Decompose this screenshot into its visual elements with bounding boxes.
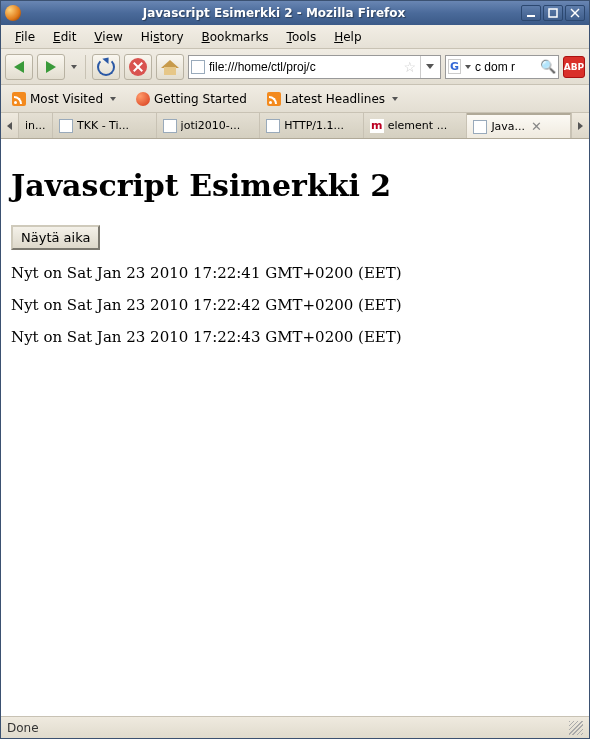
url-input[interactable] (209, 60, 399, 74)
favicon (473, 120, 487, 134)
tab-bar: in... TKK - Ti... joti2010-... HTTP/1.1.… (1, 113, 589, 139)
reload-icon (97, 58, 115, 76)
bookmark-latest-headlines[interactable]: Latest Headlines (260, 89, 405, 109)
menu-file[interactable]: File (7, 28, 43, 46)
output-line: Nyt on Sat Jan 23 2010 17:22:43 GMT+0200… (11, 328, 579, 346)
output-line: Nyt on Sat Jan 23 2010 17:22:41 GMT+0200… (11, 264, 579, 282)
tab-2[interactable]: joti2010-... (157, 113, 261, 138)
tab-scroll-right[interactable] (571, 113, 589, 138)
home-icon (161, 58, 179, 76)
close-button[interactable] (565, 5, 585, 21)
url-dropdown[interactable] (420, 56, 438, 78)
search-input[interactable] (475, 60, 537, 74)
bookmark-label: Getting Started (154, 92, 247, 106)
menu-help[interactable]: Help (326, 28, 369, 46)
content-viewport: Javascript Esimerkki 2 Näytä aika Nyt on… (1, 139, 589, 716)
firefox-icon (5, 5, 21, 21)
statusbar: Done (1, 716, 589, 738)
nav-toolbar: ☆ G 🔍 ABP (1, 49, 589, 85)
tab-close-icon[interactable]: ✕ (529, 119, 544, 134)
arrow-right-icon (46, 61, 56, 73)
bookmark-label: Latest Headlines (285, 92, 385, 106)
bookmark-star-icon[interactable]: ☆ (403, 59, 416, 75)
favicon (163, 119, 177, 133)
tab-1[interactable]: TKK - Ti... (53, 113, 157, 138)
search-engine-dropdown[interactable] (464, 59, 472, 75)
menu-bookmarks[interactable]: Bookmarks (194, 28, 277, 46)
tabs-container: in... TKK - Ti... joti2010-... HTTP/1.1.… (19, 113, 571, 138)
reload-button[interactable] (92, 54, 120, 80)
back-button[interactable] (5, 54, 33, 80)
stop-icon (129, 58, 147, 76)
rss-icon (267, 92, 281, 106)
window-title: Javascript Esimerkki 2 - Mozilla Firefox (27, 6, 521, 20)
arrow-left-icon (14, 61, 24, 73)
menubar: File Edit View History Bookmarks Tools H… (1, 25, 589, 49)
page-body: Javascript Esimerkki 2 Näytä aika Nyt on… (1, 140, 589, 370)
menu-history[interactable]: History (133, 28, 192, 46)
tab-3[interactable]: HTTP/1.1... (260, 113, 364, 138)
status-text: Done (7, 721, 39, 735)
forward-button[interactable] (37, 54, 65, 80)
page-icon (191, 60, 205, 74)
url-bar: ☆ (188, 55, 441, 79)
show-time-button[interactable]: Näytä aika (11, 225, 100, 250)
resize-grip-icon[interactable] (569, 721, 583, 735)
getting-started-icon (136, 92, 150, 106)
tab-scroll-left[interactable] (1, 113, 19, 138)
maximize-button[interactable] (543, 5, 563, 21)
stop-button[interactable] (124, 54, 152, 80)
folder-icon (12, 92, 26, 106)
separator (85, 55, 86, 79)
page-heading: Javascript Esimerkki 2 (11, 168, 579, 203)
menu-tools[interactable]: Tools (279, 28, 325, 46)
tab-5-active[interactable]: Java...✕ (467, 113, 571, 138)
search-go-icon[interactable]: 🔍 (540, 59, 556, 74)
favicon (266, 119, 280, 133)
output-line: Nyt on Sat Jan 23 2010 17:22:42 GMT+0200… (11, 296, 579, 314)
minimize-button[interactable] (521, 5, 541, 21)
nav-history-dropdown[interactable] (69, 54, 79, 80)
window-buttons (521, 5, 585, 21)
adblock-button[interactable]: ABP (563, 56, 585, 78)
bookmark-getting-started[interactable]: Getting Started (129, 89, 254, 109)
menu-view[interactable]: View (86, 28, 130, 46)
menu-edit[interactable]: Edit (45, 28, 84, 46)
bookmark-most-visited[interactable]: Most Visited (5, 89, 123, 109)
favicon (59, 119, 73, 133)
tab-4[interactable]: melement ... (364, 113, 468, 138)
svg-rect-1 (549, 9, 557, 17)
search-box: G 🔍 (445, 55, 559, 79)
favicon: m (370, 119, 384, 133)
tab-0[interactable]: in... (19, 113, 53, 138)
search-engine-icon[interactable]: G (448, 59, 461, 74)
titlebar: Javascript Esimerkki 2 - Mozilla Firefox (1, 1, 589, 25)
bookmark-label: Most Visited (30, 92, 103, 106)
firefox-window: Javascript Esimerkki 2 - Mozilla Firefox… (0, 0, 590, 739)
home-button[interactable] (156, 54, 184, 80)
bookmarks-toolbar: Most Visited Getting Started Latest Head… (1, 85, 589, 113)
